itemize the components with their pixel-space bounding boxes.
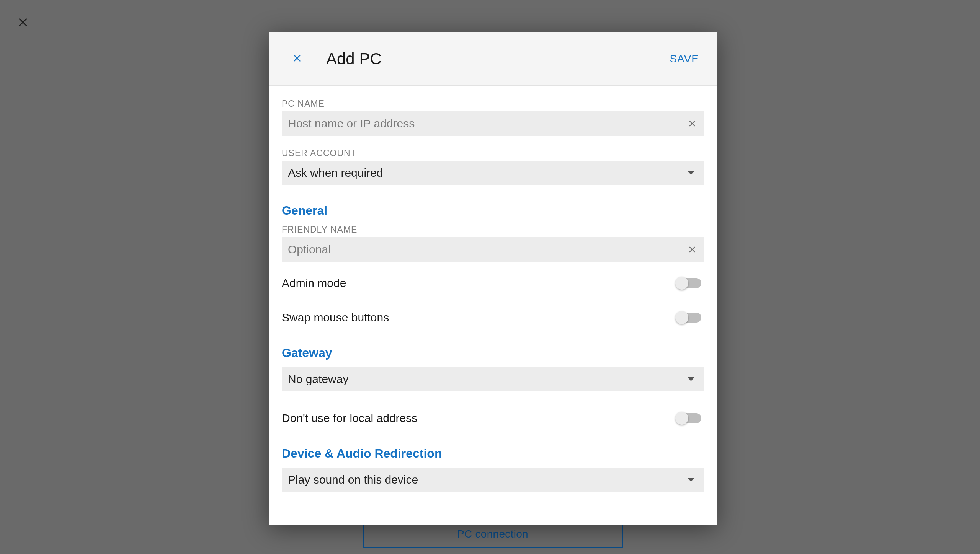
pc-name-label: PC NAME [282,99,704,109]
admin-mode-toggle[interactable] [676,278,701,288]
user-account-select[interactable]: Ask when required [282,161,704,185]
section-device-audio-title: Device & Audio Redirection [282,446,704,461]
close-icon [16,15,30,29]
section-gateway-title: Gateway [282,346,704,360]
pc-name-input[interactable] [282,111,681,136]
user-account-value: Ask when required [288,166,688,179]
sound-value: Play sound on this device [288,473,688,486]
pc-name-clear-button[interactable] [681,119,704,129]
modal-title: Add PC [326,50,669,68]
close-icon [291,52,303,64]
pc-connection-label: PC connection [457,528,528,540]
friendly-name-input[interactable] [282,237,681,262]
swap-mouse-label: Swap mouse buttons [282,311,676,324]
chevron-down-icon [688,171,694,175]
admin-mode-row: Admin mode [282,266,704,300]
modal-body: PC NAME USER ACCOUNT Ask when required G… [269,86,717,492]
section-general-title: General [282,204,704,218]
friendly-name-label: FRIENDLY NAME [282,225,704,235]
modal-header: Add PC SAVE [269,32,717,86]
app-close-button[interactable] [16,15,30,31]
save-button[interactable]: SAVE [669,48,700,70]
gateway-value: No gateway [288,373,688,386]
modal-close-button[interactable] [291,52,303,66]
sound-select[interactable]: Play sound on this device [282,468,704,492]
dont-use-local-row: Don't use for local address [282,401,704,435]
swap-mouse-toggle[interactable] [676,313,701,323]
dont-use-local-label: Don't use for local address [282,412,676,425]
chevron-down-icon [688,377,694,381]
user-account-label: USER ACCOUNT [282,148,704,158]
chevron-down-icon [688,478,694,482]
friendly-name-clear-button[interactable] [681,244,704,254]
close-icon [687,119,697,129]
admin-mode-label: Admin mode [282,277,676,290]
gateway-select[interactable]: No gateway [282,367,704,391]
toggle-knob [675,277,688,290]
friendly-name-input-wrap [282,237,704,262]
close-icon [687,244,697,254]
toggle-knob [675,412,688,425]
dont-use-local-toggle[interactable] [676,413,701,423]
pc-name-input-wrap [282,111,704,136]
add-pc-modal: Add PC SAVE PC NAME USER ACCOUNT Ask whe… [269,32,717,525]
toggle-knob [675,311,688,324]
swap-mouse-row: Swap mouse buttons [282,301,704,334]
